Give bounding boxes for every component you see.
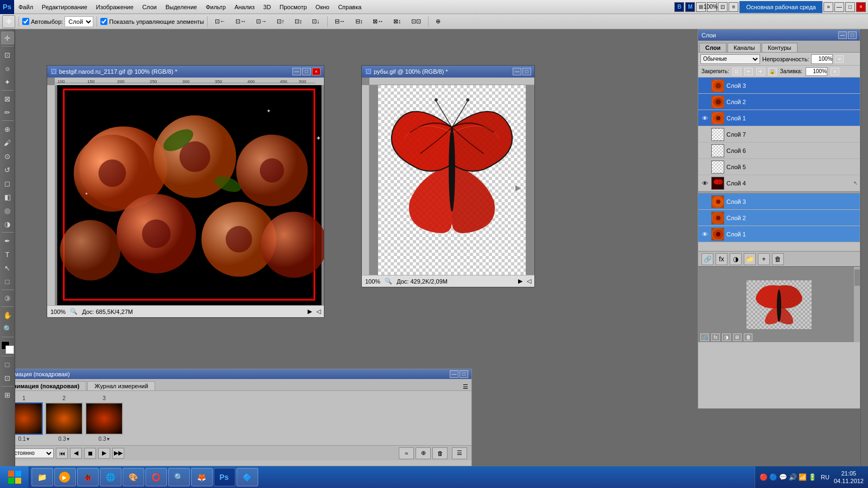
dist-4[interactable]: ⊠↕	[390, 16, 405, 27]
layers-panel-menu[interactable]: ≡	[835, 55, 844, 63]
layers-minimize[interactable]: —	[838, 31, 847, 39]
blend-mode-select[interactable]: Обычные	[700, 54, 760, 64]
move-tool-active[interactable]: ✛	[2, 15, 15, 28]
layers-mini-scrollbar[interactable]	[853, 267, 860, 342]
layer-item-5[interactable]: Слой 5	[698, 159, 860, 175]
taskbar-item-bug[interactable]: 🐞	[77, 468, 99, 486]
taskbar-item-media[interactable]: ▶	[54, 468, 76, 486]
menubar-screen-icon[interactable]: ⊡	[718, 2, 727, 12]
new-layer-btn[interactable]: +	[758, 253, 770, 265]
link-layers-btn[interactable]: 🔗	[701, 253, 713, 265]
delete-layer-btn[interactable]: 🗑	[772, 253, 784, 265]
layers-maximize[interactable]: □	[848, 31, 857, 39]
menubar-icon-b[interactable]: B	[674, 2, 684, 12]
tab-paths[interactable]: Контуры	[762, 43, 797, 52]
frame-delay-2[interactable]: 0.3▾	[59, 436, 70, 442]
tool-move[interactable]: ✛	[1, 31, 14, 44]
taskbar-item-circle[interactable]: ⭕	[145, 468, 167, 486]
frame-delay-3[interactable]: 0.3▾	[99, 436, 110, 442]
add-mask-btn[interactable]: ◑	[730, 253, 742, 265]
tool-healing[interactable]: ⊕	[1, 123, 14, 136]
taskbar-item-misc[interactable]: 🔷	[237, 468, 258, 486]
fg-bg-colors[interactable]	[1, 341, 14, 354]
tool-eraser[interactable]: ◻	[1, 177, 14, 190]
background-color[interactable]	[5, 345, 14, 354]
frame-delay-1[interactable]: 0.1▾	[18, 436, 30, 442]
anim-prev-frame[interactable]: ◀	[70, 448, 82, 459]
show-controls-checkbox[interactable]: Показать управляющие элементы	[100, 18, 204, 25]
anim-panel-menu-btn[interactable]: ☰	[452, 447, 467, 459]
menubar-icon-m[interactable]: M	[685, 2, 695, 12]
layers-fill-menu[interactable]: ≡	[831, 68, 839, 75]
align-center-v[interactable]: ⊡↕	[291, 16, 307, 27]
tool-magic-wand[interactable]: ✦	[1, 75, 14, 88]
tool-pen[interactable]: ✒	[1, 234, 14, 247]
frame-thumb-3[interactable]	[85, 402, 123, 435]
anim-maximize[interactable]: □	[459, 370, 468, 378]
anim-first-frame[interactable]: ⏮	[56, 448, 68, 459]
layer-eye-slot3-bot[interactable]	[700, 197, 709, 206]
layer-item-slot1-top[interactable]: 👁 Слой 1	[698, 110, 860, 126]
layers-mini-thumb[interactable]	[854, 269, 860, 286]
menubar-zoom-select[interactable]: 100%▾	[707, 2, 717, 12]
anim-frame-2[interactable]: 2 0.3▾	[45, 395, 83, 442]
tab-measurements[interactable]: Журнал измерений	[87, 381, 155, 390]
align-top[interactable]: ⊡↑	[273, 16, 289, 27]
tool-blur[interactable]: ◎	[1, 204, 14, 217]
layer-eye-6[interactable]	[700, 146, 709, 155]
menu-layers[interactable]: Слои	[138, 0, 161, 14]
layer-eye-7[interactable]	[700, 130, 709, 139]
anim-frame-3[interactable]: 3 0.3▾	[85, 395, 123, 442]
tool-clone[interactable]: ⊙	[1, 150, 14, 163]
anim-tab-menu[interactable]: ☰	[463, 383, 471, 390]
taskbar-item-browser[interactable]: 🌐	[100, 468, 122, 486]
anim-minimize[interactable]: —	[450, 370, 458, 378]
tool-hand[interactable]: ✋	[1, 309, 14, 322]
canvas-butterfly-minimize[interactable]: —	[513, 68, 521, 75]
frame-thumb-2[interactable]	[45, 402, 83, 435]
menu-edit[interactable]: Редактирование	[37, 0, 92, 14]
layer-eye-5[interactable]	[700, 163, 709, 171]
menu-filter[interactable]: Фильтр	[201, 0, 230, 14]
layer-item-4[interactable]: 👁 Слой 4 ↖	[698, 175, 860, 191]
canvas-roses-close[interactable]: ×	[312, 68, 321, 75]
taskbar-item-paint[interactable]: 🎨	[123, 468, 144, 486]
butterfly-zoom-icon[interactable]: 🔍	[385, 278, 392, 285]
anim-stop[interactable]: ⏹	[84, 448, 96, 459]
anim-duplicate-btn[interactable]: ⊕	[416, 447, 431, 459]
mini-new[interactable]: ⊞	[733, 333, 742, 341]
transform-icon[interactable]: ⊕	[432, 16, 444, 27]
layer-eye-slot2-bot[interactable]	[700, 214, 709, 222]
menu-window[interactable]: Окно	[311, 0, 334, 14]
menu-file[interactable]: Файл	[14, 0, 37, 14]
align-right[interactable]: ⊡→	[252, 16, 271, 27]
tool-eyedropper[interactable]: ✏	[1, 106, 14, 119]
menubar-extend-icon[interactable]: »	[824, 2, 833, 12]
autofill-check[interactable]	[22, 18, 29, 25]
tool-screen-mode[interactable]: ⊞	[1, 388, 14, 401]
menu-select[interactable]: Выделение	[161, 0, 201, 14]
layer-item-slot1-bot[interactable]: 👁 Слой 1	[698, 226, 860, 242]
mini-fx[interactable]: fx	[711, 333, 720, 341]
anim-tween-btn[interactable]: ≈	[399, 447, 414, 459]
menu-image[interactable]: Изображение	[92, 0, 138, 14]
menu-3d[interactable]: 3D	[259, 0, 275, 14]
tool-dodge[interactable]: ◑	[1, 217, 14, 230]
start-button[interactable]	[0, 466, 29, 488]
tool-path-select[interactable]: ↖	[1, 261, 14, 274]
tool-zoom[interactable]: 🔍	[1, 322, 14, 335]
dist-h[interactable]: ⊟↔	[331, 16, 349, 27]
autofill-select[interactable]: Слой	[65, 16, 93, 27]
canvas-roses-content[interactable]: ✦ ✦ ✦	[55, 85, 324, 305]
butterfly-arrow[interactable]: ▶	[518, 278, 522, 285]
align-left[interactable]: ⊡←	[211, 16, 229, 27]
taskbar-item-ps[interactable]: Ps	[214, 468, 235, 486]
tool-brush[interactable]: 🖌	[1, 136, 14, 149]
menu-view[interactable]: Просмотр	[275, 0, 311, 14]
add-style-btn[interactable]: fx	[716, 253, 727, 265]
layer-item-slot3-bot[interactable]: Слой 3	[698, 194, 860, 210]
anim-delete-btn[interactable]: 🗑	[432, 447, 448, 459]
mini-del[interactable]: 🗑	[744, 333, 752, 341]
align-center-h[interactable]: ⊡↔	[232, 16, 250, 27]
roses-zoom-icon[interactable]: 🔍	[70, 308, 78, 315]
